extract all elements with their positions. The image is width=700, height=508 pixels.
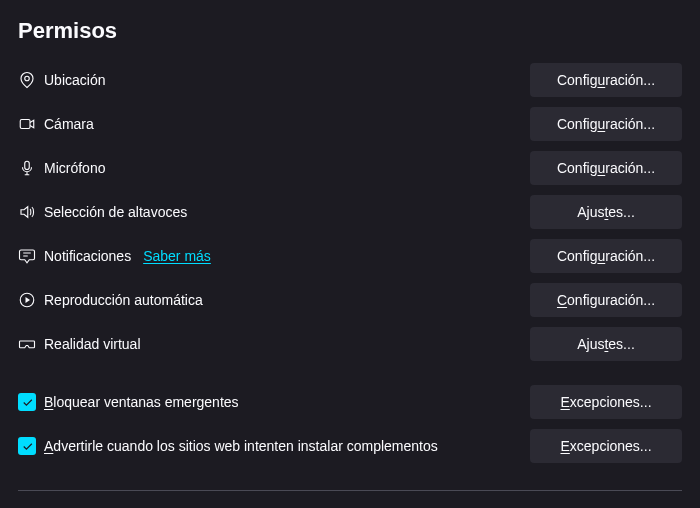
- row-location: Ubicación Configuración...: [18, 62, 682, 98]
- vr-icon: [18, 335, 36, 353]
- page-title: Permisos: [18, 18, 682, 44]
- notifications-settings-button[interactable]: Configuración...: [530, 239, 682, 273]
- camera-settings-button[interactable]: Configuración...: [530, 107, 682, 141]
- camera-label: Cámara: [44, 116, 94, 132]
- location-settings-button[interactable]: Configuración...: [530, 63, 682, 97]
- speaker-icon: [18, 203, 36, 221]
- autoplay-label: Reproducción automática: [44, 292, 203, 308]
- camera-icon: [18, 115, 36, 133]
- row-notifications: Notificaciones Saber más Configuración..…: [18, 238, 682, 274]
- autoplay-icon: [18, 291, 36, 309]
- autoplay-settings-button[interactable]: Configuración...: [530, 283, 682, 317]
- addons-label[interactable]: Advertirle cuando los sitios web intente…: [44, 438, 438, 454]
- microphone-icon: [18, 159, 36, 177]
- row-camera: Cámara Configuración...: [18, 106, 682, 142]
- popup-label[interactable]: Bloquear ventanas emergentes: [44, 394, 239, 410]
- svg-rect-2: [25, 161, 30, 169]
- row-addons: Advertirle cuando los sitios web intente…: [18, 428, 682, 464]
- addons-checkbox[interactable]: [18, 437, 36, 455]
- popup-exceptions-button[interactable]: Excepciones...: [530, 385, 682, 419]
- notifications-label: Notificaciones: [44, 248, 131, 264]
- svg-point-0: [25, 76, 30, 81]
- svg-rect-1: [20, 120, 30, 129]
- row-vr: Realidad virtual Ajustes...: [18, 326, 682, 362]
- row-autoplay: Reproducción automática Configuración...: [18, 282, 682, 318]
- speaker-settings-button[interactable]: Ajustes...: [530, 195, 682, 229]
- row-speaker: Selección de altavoces Ajustes...: [18, 194, 682, 230]
- microphone-label: Micrófono: [44, 160, 105, 176]
- location-label: Ubicación: [44, 72, 105, 88]
- vr-label: Realidad virtual: [44, 336, 141, 352]
- microphone-settings-button[interactable]: Configuración...: [530, 151, 682, 185]
- location-icon: [18, 71, 36, 89]
- row-popup: Bloquear ventanas emergentes Excepciones…: [18, 384, 682, 420]
- speaker-label: Selección de altavoces: [44, 204, 187, 220]
- vr-settings-button[interactable]: Ajustes...: [530, 327, 682, 361]
- section-divider: [18, 490, 682, 491]
- row-microphone: Micrófono Configuración...: [18, 150, 682, 186]
- addons-exceptions-button[interactable]: Excepciones...: [530, 429, 682, 463]
- popup-checkbox[interactable]: [18, 393, 36, 411]
- notifications-learn-more-link[interactable]: Saber más: [143, 248, 211, 264]
- notifications-icon: [18, 247, 36, 265]
